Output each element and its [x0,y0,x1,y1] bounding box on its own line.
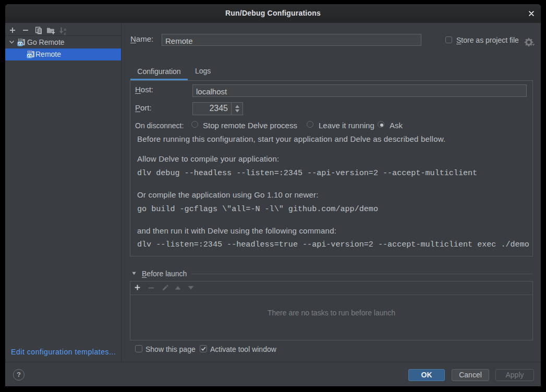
svg-text:z: z [64,31,66,35]
